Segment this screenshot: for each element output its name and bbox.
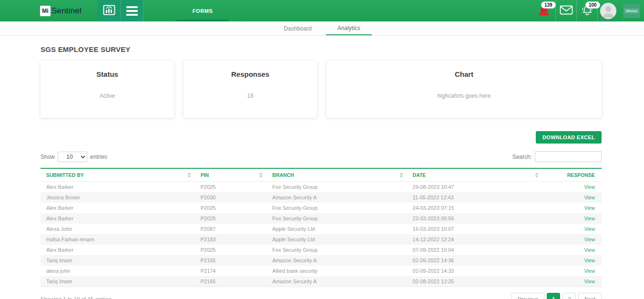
col-branch[interactable]: BRANCH — [266, 168, 407, 182]
table-row: alexa john P2174 Allied bank security 02… — [41, 266, 602, 276]
dashboard-chart-button[interactable] — [98, 0, 121, 21]
next-page-button[interactable]: Next — [578, 293, 602, 299]
col-date[interactable]: DATE — [407, 168, 543, 182]
top-header: Mi Sentinel FORMS 139 — [0, 0, 644, 21]
sort-icon[interactable] — [259, 173, 263, 177]
cell-branch: Fox Security Group — [266, 213, 407, 224]
responses-table: SUBMITTED BY PIN BRANCH — [41, 168, 602, 287]
chart-placeholder: highcahrts goes here — [327, 93, 602, 99]
table-header-row: SUBMITTED BY PIN BRANCH — [41, 168, 602, 182]
view-link[interactable]: View — [584, 237, 595, 242]
cell-submitted-by: Hafsa Farhan renam — [41, 234, 195, 245]
search-label: Search: — [512, 154, 532, 160]
view-link[interactable]: View — [584, 205, 595, 211]
view-link[interactable]: View — [584, 195, 595, 200]
view-link[interactable]: View — [584, 258, 595, 263]
table-row: Jessica Brown P2030 Amazon Security A 11… — [41, 192, 602, 203]
responses-card: Responses 18 — [184, 61, 317, 118]
summary-cards: Status Active Responses 18 Chart highcah… — [41, 61, 602, 118]
cell-submitted-by: Tariq Imam — [41, 255, 195, 266]
misentinel-logo[interactable]: Mi Sentinel — [0, 0, 98, 21]
cell-branch: Fox Security Group — [266, 245, 407, 255]
envelope-icon — [560, 5, 573, 17]
alerts-badge: 139 — [541, 1, 556, 9]
view-link[interactable]: View — [584, 278, 595, 284]
nav-forms[interactable]: FORMS — [176, 0, 229, 21]
nav-forms-label: FORMS — [193, 8, 213, 14]
download-excel-button[interactable]: DOWNLOAD EXCEL — [536, 131, 602, 144]
table-footer: Showing 1 to 10 of 15 entries Previous 1… — [41, 293, 602, 299]
previous-page-button[interactable]: Previous — [511, 293, 544, 299]
cell-date: 07-09-2022 10:04 — [407, 245, 543, 255]
view-link[interactable]: View — [584, 268, 595, 274]
page-size-select[interactable]: 10 — [58, 152, 87, 162]
table-body: Alex Barker P2025 Fox Security Group 29-… — [41, 182, 602, 287]
sort-icon[interactable] — [535, 173, 539, 177]
view-link[interactable]: View — [584, 226, 595, 232]
entries-summary: Showing 1 to 10 of 15 entries — [41, 296, 112, 299]
tab-analytics-label: Analytics — [337, 25, 360, 31]
sort-icon[interactable] — [399, 173, 403, 177]
tab-dashboard-label: Dashboard — [284, 25, 312, 32]
status-card-title: Status — [41, 70, 174, 78]
cell-date: 11-05-2023 12:43 — [407, 192, 543, 203]
cell-submitted-by: Tariq Imam — [41, 276, 195, 287]
page-1-button[interactable]: 1 — [547, 293, 560, 299]
col-submitted-by[interactable]: SUBMITTED BY — [41, 168, 195, 182]
col-pin[interactable]: PIN — [195, 168, 267, 182]
mini-logo-text: MiSentinel — [624, 9, 638, 13]
responses-card-value: 18 — [184, 93, 317, 99]
sort-icon[interactable] — [187, 173, 191, 177]
main-content: SGS EMPLOYEE SURVEY Status Active Respon… — [41, 45, 602, 299]
avatar — [600, 3, 616, 19]
tab-dashboard[interactable]: Dashboard — [272, 21, 323, 35]
messages-button[interactable] — [555, 0, 576, 21]
cell-date: 02-09-2022 14:36 — [407, 255, 543, 266]
cell-date: 16-03-2023 10:07 — [407, 224, 543, 234]
search-input[interactable] — [535, 151, 602, 162]
table-row: Hafsa Farhan renam P2183 Apple Security … — [41, 234, 602, 245]
table-row: Alex Barker P2025 Fox Security Group 29-… — [41, 182, 602, 193]
table-row: Alex Barker P2025 Fox Security Group 07-… — [41, 245, 602, 255]
col-response: RESPONSE — [542, 168, 602, 182]
view-link[interactable]: View — [584, 184, 595, 190]
cell-pin: P2087 — [195, 224, 267, 234]
cell-pin: P2174 — [195, 266, 267, 276]
table-controls: Show 10 entries Search: — [41, 151, 602, 162]
cell-date: 02-08-2022 12:25 — [407, 276, 543, 287]
menu-toggle-button[interactable] — [121, 0, 143, 21]
cell-date: 22-03-2023 09:55 — [407, 213, 543, 224]
table-row: Tariq Imam P2165 Amazon Security A 02-08… — [41, 276, 602, 287]
cell-pin: P2025 — [195, 182, 267, 193]
cell-branch: Amazon Security A — [266, 255, 407, 266]
table-row: Alex Barker P2025 Fox Security Group 22-… — [41, 213, 602, 224]
cell-submitted-by: alexa john — [41, 266, 195, 276]
misentinel-mini-logo: MiSentinel — [623, 4, 640, 18]
responses-card-title: Responses — [184, 70, 317, 78]
entries-label: entries — [90, 154, 107, 160]
cell-pin: P2165 — [195, 255, 267, 266]
view-link[interactable]: View — [584, 247, 595, 253]
cell-pin: P2025 — [195, 213, 267, 224]
notifications-button[interactable]: 100 — [576, 0, 597, 21]
cell-branch: Amazon Security A — [266, 192, 407, 203]
cell-date: 24-03-2023 07:15 — [407, 203, 543, 213]
bar-chart-icon — [103, 5, 115, 17]
page-2-button[interactable]: 2 — [562, 293, 576, 299]
cell-submitted-by: Alex Barker — [41, 213, 195, 224]
chart-card-title: Chart — [327, 70, 602, 78]
cell-pin: P2030 — [195, 192, 267, 203]
tab-analytics[interactable]: Analytics — [326, 21, 372, 35]
cell-branch: Fox Security Group — [266, 203, 407, 213]
profile-button[interactable] — [597, 0, 618, 21]
cell-branch: Amazon Security A — [266, 276, 407, 287]
cell-submitted-by: Alex Barker — [41, 203, 195, 213]
cell-branch: Apple Security Ltd — [266, 224, 407, 234]
pagination: Previous 1 2 Next — [511, 293, 602, 299]
cell-submitted-by: Jessica Brown — [41, 192, 195, 203]
alerts-button[interactable]: 139 — [532, 0, 555, 21]
view-link[interactable]: View — [584, 216, 595, 221]
cell-date: 29-08-2023 10:47 — [407, 182, 543, 193]
chart-card: Chart highcahrts goes here — [327, 61, 602, 118]
cell-pin: P2025 — [195, 203, 267, 213]
